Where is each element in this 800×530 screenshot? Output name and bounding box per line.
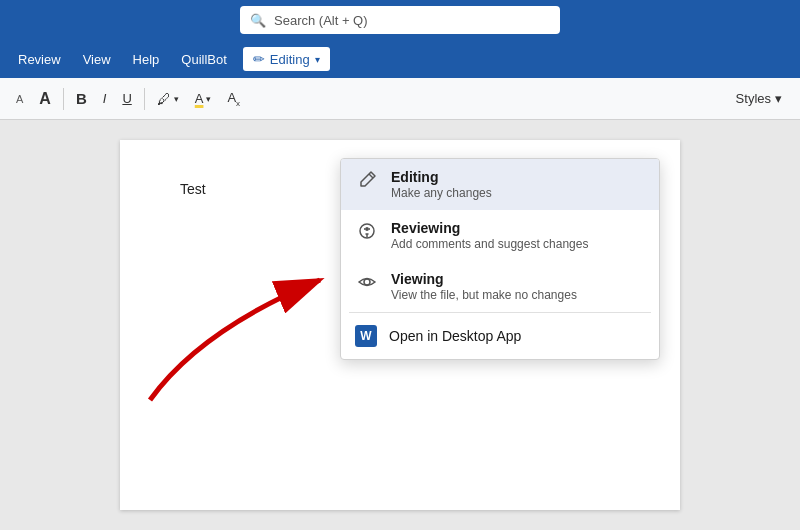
search-placeholder: Search (Alt + Q) (274, 13, 368, 28)
viewing-item-content: Viewing View the file, but make no chang… (391, 271, 577, 302)
dropdown-reviewing-item[interactable]: Reviewing Add comments and suggest chang… (341, 210, 659, 261)
menu-help[interactable]: Help (123, 48, 170, 71)
menu-quillbot[interactable]: QuillBot (171, 48, 237, 71)
editing-item-content: Editing Make any changes (391, 169, 492, 200)
reviewing-item-content: Reviewing Add comments and suggest chang… (391, 220, 588, 251)
dropdown-editing-item[interactable]: Editing Make any changes (341, 159, 659, 210)
reviewing-icon (355, 221, 379, 246)
highlight-chevron: ▾ (174, 94, 179, 104)
font-color-btn[interactable]: A ▾ (189, 87, 218, 110)
document-content: Test (180, 181, 206, 197)
svg-point-2 (366, 228, 369, 231)
editing-mode-button[interactable]: ✏ Editing ▾ (243, 47, 330, 71)
editing-dropdown: Editing Make any changes Reviewing Add (340, 158, 660, 360)
clear-icon: Ax (227, 90, 240, 108)
italic-btn[interactable]: I (97, 87, 113, 110)
font-size-large-btn[interactable]: A (33, 86, 57, 112)
font-size-small-btn[interactable]: A (10, 89, 29, 109)
reviewing-item-title: Reviewing (391, 220, 588, 236)
reviewing-item-subtitle: Add comments and suggest changes (391, 237, 588, 251)
bold-btn[interactable]: B (70, 86, 93, 111)
styles-label: Styles (736, 91, 771, 106)
main-content: Test (0, 120, 800, 530)
highlight-btn[interactable]: 🖊 ▾ (151, 87, 185, 111)
viewing-item-title: Viewing (391, 271, 577, 287)
styles-chevron-icon: ▾ (775, 91, 782, 106)
menu-review[interactable]: Review (8, 48, 71, 71)
svg-point-3 (364, 279, 370, 285)
editing-item-subtitle: Make any changes (391, 186, 492, 200)
dropdown-open-desktop-item[interactable]: W Open in Desktop App (341, 313, 659, 359)
font-color-chevron: ▾ (206, 94, 211, 104)
toolbar: A A B I U 🖊 ▾ A ▾ Ax Styles ▾ (0, 78, 800, 120)
title-bar: 🔍 Search (Alt + Q) (0, 0, 800, 40)
clear-format-btn[interactable]: Ax (221, 86, 246, 112)
search-bar[interactable]: 🔍 Search (Alt + Q) (240, 6, 560, 34)
search-icon: 🔍 (250, 13, 266, 28)
editing-icon (355, 170, 379, 195)
dropdown-menu-container: Editing Make any changes Reviewing Add (340, 158, 660, 360)
toolbar-separator-1 (63, 88, 64, 110)
open-desktop-label: Open in Desktop App (389, 328, 521, 344)
dropdown-viewing-item[interactable]: Viewing View the file, but make no chang… (341, 261, 659, 312)
menu-bar: Review View Help QuillBot ✏ Editing ▾ (0, 40, 800, 78)
highlight-icon: 🖊 (157, 91, 171, 107)
toolbar-separator-2 (144, 88, 145, 110)
viewing-item-subtitle: View the file, but make no changes (391, 288, 577, 302)
font-color-icon: A (195, 91, 204, 106)
editing-button-label: Editing (270, 52, 310, 67)
pencil-icon: ✏ (253, 51, 265, 67)
viewing-icon (355, 272, 379, 297)
editing-item-title: Editing (391, 169, 492, 185)
styles-button[interactable]: Styles ▾ (728, 87, 790, 110)
underline-btn[interactable]: U (116, 87, 137, 110)
word-icon: W (355, 325, 377, 347)
menu-view[interactable]: View (73, 48, 121, 71)
chevron-down-icon: ▾ (315, 54, 320, 65)
